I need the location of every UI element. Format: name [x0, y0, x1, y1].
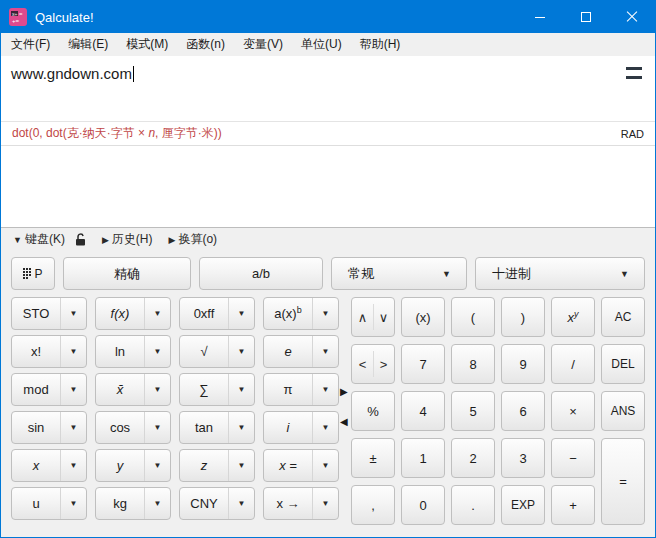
equals-menu-icon[interactable]: [626, 67, 642, 79]
menu-file[interactable]: 文件(F): [2, 33, 59, 56]
key-exp[interactable]: EXP: [501, 485, 545, 525]
key-mean-dropdown[interactable]: ▼: [144, 374, 170, 405]
key-y-main[interactable]: y: [96, 450, 144, 481]
key-i-dropdown[interactable]: ▼: [312, 412, 338, 443]
expand-right-handle[interactable]: ▶: [340, 386, 348, 397]
programming-keypad-button[interactable]: P: [11, 257, 55, 290]
key-2[interactable]: 2: [451, 438, 495, 478]
key-x-dropdown[interactable]: ▼: [60, 450, 86, 481]
close-button[interactable]: [609, 1, 655, 33]
key-hex-dropdown[interactable]: ▼: [228, 298, 254, 329]
key-divide[interactable]: /: [551, 344, 595, 384]
key-mean[interactable]: x̄▼: [95, 373, 171, 406]
menu-edit[interactable]: 编辑(E): [59, 33, 117, 56]
convert-toggle[interactable]: ▶ 换算(o): [169, 231, 218, 248]
expand-left-handle[interactable]: ◀: [340, 416, 348, 427]
key-x-to-main[interactable]: x →: [264, 488, 312, 519]
key-7[interactable]: 7: [401, 344, 445, 384]
key-x-equals[interactable]: x =▼: [263, 449, 339, 482]
key-sin[interactable]: sin▼: [11, 411, 87, 444]
key-ac[interactable]: AC: [601, 297, 645, 337]
key-6[interactable]: 6: [501, 391, 545, 431]
key-apply-b-main[interactable]: a(x)b: [264, 298, 312, 329]
key-store[interactable]: STO▼: [11, 297, 87, 330]
key-x-to[interactable]: x →▼: [263, 487, 339, 520]
minimize-button[interactable]: [517, 1, 563, 33]
key-kg-main[interactable]: kg: [96, 488, 144, 519]
key-store-main[interactable]: STO: [12, 298, 60, 329]
nav-left-right-second[interactable]: >: [373, 345, 394, 383]
nav-left-right-first[interactable]: <: [352, 345, 373, 383]
keyboard-lock-button[interactable]: [75, 233, 86, 246]
key-cos-dropdown[interactable]: ▼: [144, 412, 170, 443]
key-u-main[interactable]: u: [12, 488, 60, 519]
key-sqrt[interactable]: √▼: [179, 335, 255, 368]
key-plus-minus[interactable]: ±: [351, 438, 395, 478]
key-hex-main[interactable]: 0xff: [180, 298, 228, 329]
maximize-button[interactable]: [563, 1, 609, 33]
key-ans[interactable]: ANS: [601, 391, 645, 431]
key-apply-b-dropdown[interactable]: ▼: [312, 298, 338, 329]
key-sqrt-dropdown[interactable]: ▼: [228, 336, 254, 367]
fraction-mode-button[interactable]: a/b: [199, 257, 323, 290]
key-comma[interactable]: ,: [351, 485, 395, 525]
key-sum-dropdown[interactable]: ▼: [228, 374, 254, 405]
key-plus[interactable]: +: [551, 485, 595, 525]
key-4[interactable]: 4: [401, 391, 445, 431]
key-u-dropdown[interactable]: ▼: [60, 488, 86, 519]
key-tan-dropdown[interactable]: ▼: [228, 412, 254, 443]
key-x-main[interactable]: x: [12, 450, 60, 481]
key-factorial-dropdown[interactable]: ▼: [60, 336, 86, 367]
key-pi[interactable]: π▼: [263, 373, 339, 406]
key-del[interactable]: DEL: [601, 344, 645, 384]
nav-up-down[interactable]: ∧∨: [351, 297, 395, 337]
key-mod-dropdown[interactable]: ▼: [60, 374, 86, 405]
key-sin-main[interactable]: sin: [12, 412, 60, 443]
key-cny[interactable]: CNY▼: [179, 487, 255, 520]
menu-functions[interactable]: 函数(n): [177, 33, 234, 56]
key-sin-dropdown[interactable]: ▼: [60, 412, 86, 443]
key-factorial-main[interactable]: x!: [12, 336, 60, 367]
key-e-main[interactable]: e: [264, 336, 312, 367]
nav-left-right[interactable]: <>: [351, 344, 395, 384]
key-sum-main[interactable]: ∑: [180, 374, 228, 405]
key-x-to-dropdown[interactable]: ▼: [312, 488, 338, 519]
key-open-paren[interactable]: (: [451, 297, 495, 337]
key-factorial[interactable]: x!▼: [11, 335, 87, 368]
history-area[interactable]: [1, 146, 655, 227]
key-percent[interactable]: %: [351, 391, 395, 431]
key-1[interactable]: 1: [401, 438, 445, 478]
key-pi-main[interactable]: π: [264, 374, 312, 405]
key-ln-main[interactable]: ln: [96, 336, 144, 367]
key-cos-main[interactable]: cos: [96, 412, 144, 443]
number-base-dropdown[interactable]: 十进制 ▼: [475, 257, 645, 290]
key-kg-dropdown[interactable]: ▼: [144, 488, 170, 519]
key-cos[interactable]: cos▼: [95, 411, 171, 444]
key-tan-main[interactable]: tan: [180, 412, 228, 443]
key-5[interactable]: 5: [451, 391, 495, 431]
key-z-main[interactable]: z: [180, 450, 228, 481]
key-i-main[interactable]: i: [264, 412, 312, 443]
key-x-equals-main[interactable]: x =: [264, 450, 312, 481]
key-parens-x[interactable]: (x): [401, 297, 445, 337]
key-z-dropdown[interactable]: ▼: [228, 450, 254, 481]
key-minus[interactable]: −: [551, 438, 595, 478]
exact-mode-button[interactable]: 精确: [63, 257, 191, 290]
key-mean-main[interactable]: x̄: [96, 374, 144, 405]
key-y-dropdown[interactable]: ▼: [144, 450, 170, 481]
keyboard-toggle[interactable]: ▼ 键盘(K): [13, 231, 65, 248]
nav-up-down-second[interactable]: ∨: [373, 298, 394, 336]
key-power[interactable]: xy: [551, 297, 595, 337]
key-0[interactable]: 0: [401, 485, 445, 525]
key-mod[interactable]: mod▼: [11, 373, 87, 406]
key-apply-b[interactable]: a(x)b▼: [263, 297, 339, 330]
key-equals[interactable]: =: [601, 438, 645, 525]
menu-help[interactable]: 帮助(H): [351, 33, 410, 56]
menu-variables[interactable]: 变量(V): [234, 33, 292, 56]
key-cny-dropdown[interactable]: ▼: [228, 488, 254, 519]
key-close-paren[interactable]: ): [501, 297, 545, 337]
key-x-equals-dropdown[interactable]: ▼: [312, 450, 338, 481]
key-y[interactable]: y▼: [95, 449, 171, 482]
key-9[interactable]: 9: [501, 344, 545, 384]
key-sqrt-main[interactable]: √: [180, 336, 228, 367]
